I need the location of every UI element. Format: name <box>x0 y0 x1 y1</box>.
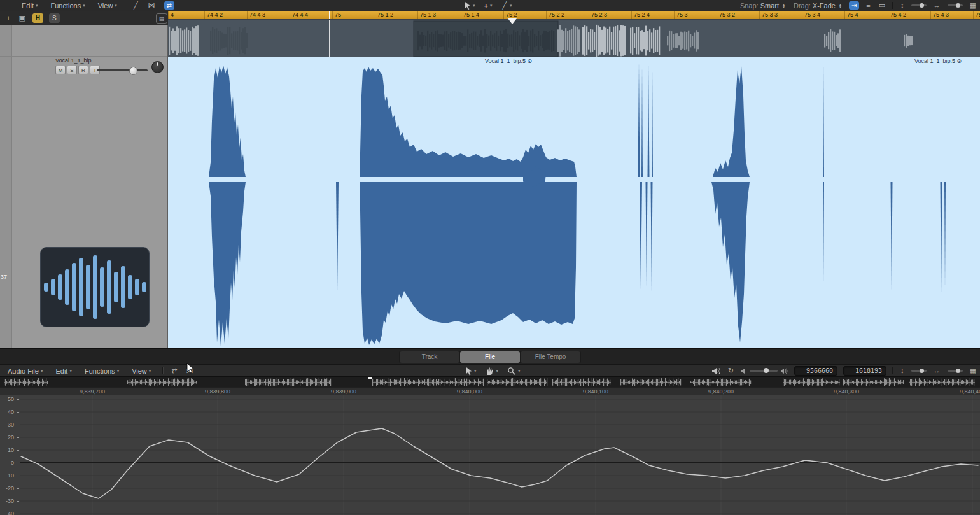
waveform-zoom-icon[interactable]: ▦ <box>969 367 977 375</box>
hand-icon <box>486 366 494 376</box>
track-r-button[interactable]: R <box>78 66 88 74</box>
waveform-bar-icon <box>72 263 76 311</box>
tick-mark <box>589 11 589 19</box>
menu-view[interactable]: View▾ <box>130 367 152 375</box>
menu-functions[interactable]: Functions▾ <box>49 2 86 10</box>
third-tool-menu[interactable]: ╱ ▾ <box>500 1 513 10</box>
horizontal-zoom-slider[interactable] <box>948 370 963 372</box>
solo-button[interactable]: S <box>49 13 60 23</box>
tick-mark <box>802 11 802 19</box>
waveform-bar-icon <box>121 266 125 308</box>
volume-slider[interactable] <box>750 370 778 372</box>
separator <box>892 367 893 374</box>
crossfade-icon[interactable]: ⋈ <box>147 1 157 10</box>
track-number-strip <box>0 25 12 348</box>
horizontal-zoom-icon[interactable]: ↔ <box>932 367 942 375</box>
menu-view[interactable]: View▾ <box>97 2 118 10</box>
sample-label: 9,839,700 <box>80 388 105 395</box>
waveform-bar-icon <box>79 258 83 316</box>
position-samples-field[interactable]: 9566660 <box>794 366 837 376</box>
volume-knob[interactable] <box>129 67 137 75</box>
tab-file-tempo[interactable]: File Tempo <box>521 351 580 363</box>
scale-tick <box>17 514 19 514</box>
tempo-curve-area[interactable]: 50403020100-10-20-30-40 <box>0 395 980 515</box>
drag-menu[interactable]: Drag: X-Fade ▲▼ <box>792 2 843 10</box>
vertical-zoom-slider[interactable] <box>911 370 927 372</box>
horizontal-zoom-icon[interactable]: ↔ <box>932 1 942 10</box>
scale-label: 40 <box>0 409 14 415</box>
add-icon[interactable]: + <box>5 14 11 22</box>
track-s-button[interactable]: S <box>67 66 77 74</box>
menu-label: View <box>98 2 113 10</box>
layers-icon[interactable]: ▣ <box>17 14 26 22</box>
vertical-zoom-icon[interactable]: ↕ <box>899 1 906 10</box>
menu-functions[interactable]: Functions▾ <box>83 367 120 375</box>
vertical-zoom-icon[interactable]: ↕ <box>899 367 906 375</box>
catch-playhead-button[interactable]: ⇥ <box>849 1 859 10</box>
view-mode-icon[interactable]: ▤ <box>156 13 167 24</box>
snap-menu[interactable]: Snap: Smart ▲▼ <box>739 2 787 10</box>
playhead-marker[interactable] <box>508 18 517 24</box>
marquee-icon[interactable]: ▭ <box>878 1 886 10</box>
tick-label: 75 1 3 <box>420 11 436 18</box>
waveform-bar-icon <box>114 272 118 302</box>
auto-scroll-button[interactable]: ⇄ <box>164 1 174 10</box>
pointer-tool-menu[interactable]: ▾ <box>462 1 477 10</box>
region-name-label[interactable]: Vocal 1_1_bip.5 ⊙ <box>914 58 962 64</box>
tick-mark <box>503 11 504 19</box>
bar-ruler[interactable]: 474 4 274 4 374 4 47575 1 275 1 375 1 47… <box>168 11 980 19</box>
volume-slider[interactable] <box>97 69 148 71</box>
pointer-tool-menu[interactable]: ▾ <box>463 366 478 376</box>
file-overview-strip[interactable] <box>0 376 980 388</box>
sample-ruler[interactable]: 9,839,7009,839,8009,839,9009,840,0009,84… <box>0 387 980 396</box>
audio-editor-window: Edit▾Functions▾View▾ ╱ ⋈ ⇄ ▾ + ▾ ╱ ▾ Sna… <box>0 0 980 515</box>
chevron-down-icon: ▾ <box>490 3 493 8</box>
tick-mark <box>888 11 888 19</box>
zoom-tool-menu[interactable]: ▾ <box>506 367 522 376</box>
track-m-button[interactable]: M <box>55 66 66 74</box>
menu-audio-file[interactable]: Audio File▾ <box>6 367 44 375</box>
waveform-zoom-icon[interactable]: ▦ <box>969 1 977 10</box>
tick-mark <box>631 11 632 19</box>
tick-mark <box>417 11 418 19</box>
chevron-down-icon: ▾ <box>36 3 38 8</box>
scale-tick <box>17 501 19 502</box>
tick-mark <box>204 11 205 19</box>
sample-label: 9,840,100 <box>583 388 608 395</box>
length-samples-field[interactable]: 1618193 <box>843 366 886 376</box>
list-view-icon[interactable]: ≡ <box>865 1 871 10</box>
region-name-label[interactable]: Vocal 1_1_bip.5 ⊙ <box>485 58 532 64</box>
tick-label: 4 <box>171 11 174 18</box>
hand-tool-menu[interactable]: ▾ <box>484 366 500 376</box>
waveform-editor[interactable]: Vocal 1_1_bip.5 ⊙Vocal 1_1_bip.5 ⊙ <box>168 57 980 348</box>
tick-mark <box>844 11 845 19</box>
edit-mode-icon[interactable]: ⇄ <box>170 367 178 375</box>
automation-tool-icon[interactable]: ╱ <box>132 1 139 10</box>
tab-track[interactable]: Track <box>400 351 459 363</box>
horizontal-zoom-slider[interactable] <box>948 4 963 6</box>
hide-button[interactable]: H <box>32 13 43 23</box>
chevron-down-icon: ▾ <box>149 369 151 374</box>
pointer-icon <box>463 1 471 10</box>
track-header-panel: 37 Vocal 1_1_bip MSRI <box>0 25 168 348</box>
tracks-overview-lane[interactable] <box>168 19 980 58</box>
divider <box>0 56 167 57</box>
prelisten-speaker-icon[interactable] <box>711 367 721 376</box>
pointer-icon <box>465 366 472 376</box>
command-tool-menu[interactable]: + ▾ <box>483 2 494 10</box>
mini-overview-svg <box>0 377 980 388</box>
track-name[interactable]: Vocal 1_1_bip <box>55 57 92 64</box>
tick-mark <box>290 11 290 19</box>
vertical-zoom-slider[interactable] <box>911 4 927 6</box>
menu-edit[interactable]: Edit▾ <box>54 367 73 375</box>
scale-label: -20 <box>0 485 14 491</box>
waveform-bar-icon <box>65 269 69 305</box>
pan-knob[interactable] <box>151 61 164 73</box>
cycle-audition-icon[interactable]: ↻ <box>727 367 735 375</box>
scale-label: -30 <box>0 498 14 504</box>
tick-label: 75 4 4 <box>976 11 980 18</box>
scale-divider <box>20 395 20 515</box>
tab-file[interactable]: File <box>460 351 520 363</box>
menu-edit[interactable]: Edit▾ <box>20 2 39 10</box>
prelisten-volume <box>741 367 788 375</box>
